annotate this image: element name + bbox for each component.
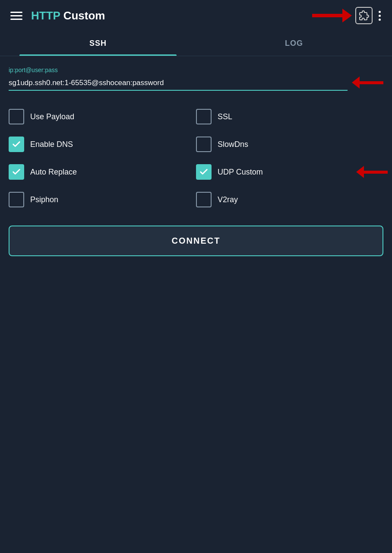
checkbox-use-payload[interactable]: Use Payload [9, 103, 196, 130]
app-header: HTTP Custom [0, 0, 392, 31]
checkbox-auto-replace[interactable]: Auto Replace [9, 158, 196, 186]
arrow-to-plugin-icon [312, 9, 352, 22]
tab-bar: SSH LOG [0, 31, 392, 56]
title-custom: Custom [60, 9, 105, 22]
ssh-input[interactable] [9, 76, 348, 91]
checkbox-grid: Use Payload SSL Enable DNS [9, 103, 383, 213]
checkmark-icon [12, 140, 21, 149]
checkbox-v2ray-box[interactable] [196, 192, 212, 207]
checkbox-auto-replace-box[interactable] [9, 164, 24, 180]
checkbox-udp-custom-box[interactable] [196, 164, 212, 180]
checkbox-v2ray[interactable]: V2ray [196, 186, 383, 213]
title-http: HTTP [31, 9, 60, 22]
checkbox-enable-dns-box[interactable] [9, 137, 24, 152]
connect-button[interactable]: CONNECT [9, 226, 383, 256]
header-right [312, 7, 383, 24]
checkbox-slowdns[interactable]: SlowDns [196, 130, 383, 158]
checkbox-udp-custom[interactable]: UDP Custom [196, 158, 383, 186]
checkbox-enable-dns[interactable]: Enable DNS [9, 130, 196, 158]
more-options-button[interactable] [376, 9, 383, 22]
checkbox-psiphon[interactable]: Psiphon [9, 186, 196, 213]
ssh-input-wrapper [9, 76, 348, 91]
ssh-input-row [9, 76, 383, 91]
checkbox-use-payload-box[interactable] [9, 109, 24, 124]
checkbox-psiphon-box[interactable] [9, 192, 24, 207]
arrow-to-input [352, 76, 383, 90]
checkbox-ssl[interactable]: SSL [196, 103, 383, 130]
checkbox-use-payload-label: Use Payload [30, 112, 74, 121]
checkbox-ssl-label: SSL [218, 112, 232, 121]
checkbox-enable-dns-label: Enable DNS [30, 140, 73, 149]
checkbox-ssl-box[interactable] [196, 109, 212, 124]
ssh-input-group: ip:port@user:pass [9, 67, 383, 91]
checkbox-psiphon-label: Psiphon [30, 195, 58, 204]
ssh-content: ip:port@user:pass Use Payload [0, 56, 392, 267]
plugin-svg-icon [359, 10, 369, 21]
checkbox-v2ray-label: V2ray [218, 195, 238, 204]
menu-button[interactable] [9, 10, 24, 22]
app-title: HTTP Custom [31, 9, 105, 22]
checkmark-icon [199, 167, 209, 177]
tab-log[interactable]: LOG [196, 31, 392, 56]
checkbox-auto-replace-label: Auto Replace [30, 168, 77, 177]
checkbox-udp-custom-label: UDP Custom [218, 168, 263, 177]
tab-ssh[interactable]: SSH [0, 31, 196, 56]
checkmark-icon [12, 167, 21, 177]
checkbox-slowdns-box[interactable] [196, 137, 212, 152]
arrow-to-udp-custom [356, 166, 388, 178]
plugin-button[interactable] [355, 7, 373, 24]
checkbox-slowdns-label: SlowDns [218, 140, 248, 149]
header-left: HTTP Custom [9, 9, 105, 22]
ssh-input-label: ip:port@user:pass [9, 67, 383, 73]
